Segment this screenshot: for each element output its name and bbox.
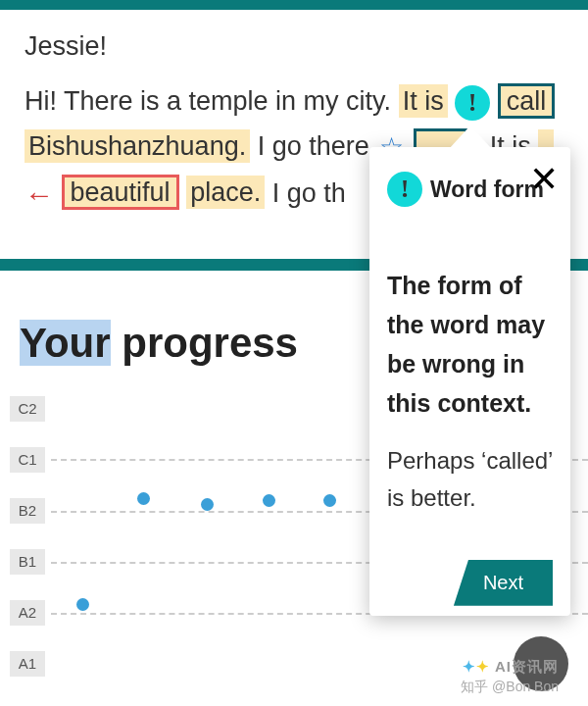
popup-next-button[interactable]: Next — [454, 560, 553, 606]
progress-title: Your progress — [20, 320, 298, 367]
chart-ylabel: C2 — [10, 396, 45, 422]
exclaim-icon: ! — [387, 172, 422, 207]
chart-dot[interactable] — [137, 492, 150, 505]
chart-dot[interactable] — [76, 598, 89, 611]
chart-ylabel: A2 — [10, 600, 45, 626]
chart-ylabel: A1 — [10, 651, 45, 677]
highlight[interactable]: Bishushanzhuang. — [24, 129, 250, 163]
popup-hint: Perhaps ‘called’ is bet­ter. — [387, 442, 553, 518]
highlight[interactable]: place. — [186, 176, 265, 209]
chart-ylabel: B1 — [10, 549, 45, 575]
chart-dot[interactable] — [263, 494, 275, 507]
chart-ylabel: C1 — [10, 447, 45, 473]
chart-ylabel: B2 — [10, 498, 45, 524]
chart-dot[interactable] — [323, 494, 336, 507]
error-word-box-red[interactable]: beautiful — [62, 175, 179, 210]
exclaim-icon[interactable]: ! — [455, 85, 490, 121]
watermark-brand: ✦✦ AI资讯网 — [463, 658, 559, 677]
greeting: Jessie! — [24, 25, 564, 70]
feedback-popup: ✕ ! Word form The form of the word may b… — [369, 147, 570, 616]
popup-title: Word form — [430, 176, 544, 203]
popup-body: The form of the word may be wrong in thi… — [387, 266, 553, 423]
error-word-box[interactable]: call — [498, 83, 556, 119]
text-plain: I go th — [272, 177, 346, 207]
chart-dot[interactable] — [201, 498, 214, 511]
popup-close-button[interactable]: ✕ — [529, 162, 559, 197]
highlight[interactable]: It is — [399, 84, 448, 118]
watermark-attr: 知乎 @Bon Bon — [461, 679, 559, 696]
text-plain: Hi! There is a temple in my city. — [24, 86, 391, 116]
text-plain: I go there — [258, 131, 369, 161]
arrow-left-icon[interactable]: ← — [24, 170, 54, 220]
